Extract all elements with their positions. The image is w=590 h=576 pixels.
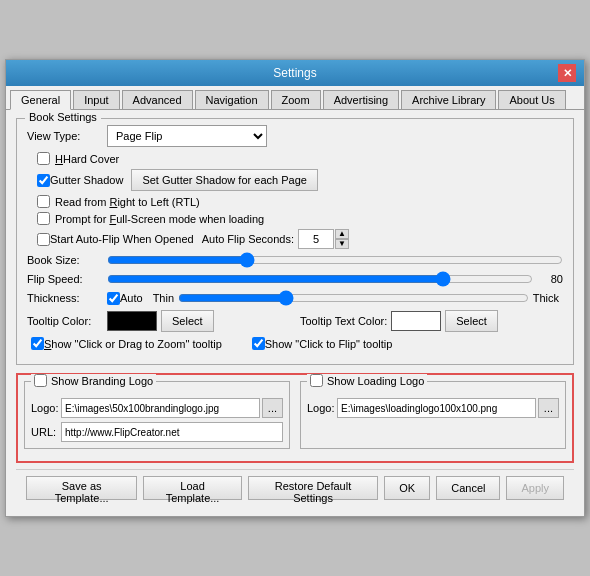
tab-advertising[interactable]: Advertising	[323, 90, 399, 109]
rtl-label: Read from Right to Left (RTL)	[55, 196, 200, 208]
loading-logo-group: Show Loading Logo Logo: ...	[300, 381, 566, 449]
book-size-row: Book Size:	[27, 253, 563, 267]
full-screen-checkbox[interactable]	[37, 212, 50, 225]
auto-flip-down[interactable]: ▼	[335, 239, 349, 249]
apply-button[interactable]: Apply	[506, 476, 564, 500]
tooltip-color-row: Tooltip Color: Select Tooltip Text Color…	[27, 310, 563, 332]
tooltip-text-color-select-button[interactable]: Select	[445, 310, 498, 332]
book-settings-label: Book Settings	[25, 111, 101, 123]
auto-flip-row: Start Auto-Flip When Opened Auto Flip Se…	[37, 229, 563, 249]
show-loading-label: Show Loading Logo	[327, 375, 424, 387]
tooltip-text-color-swatch[interactable]	[391, 311, 441, 331]
flip-speed-slider[interactable]	[107, 272, 533, 286]
thickness-row: Thickness: Auto Thin Thick	[27, 291, 563, 305]
restore-defaults-button[interactable]: Restore Default Settings	[248, 476, 379, 500]
thickness-auto-checkbox[interactable]	[107, 292, 120, 305]
gutter-shadow-checkbox[interactable]	[37, 174, 50, 187]
full-screen-row: Prompt for Full-Screen mode when loading	[37, 212, 563, 225]
rtl-checkbox[interactable]	[37, 195, 50, 208]
tab-about-us[interactable]: About Us	[498, 90, 565, 109]
book-size-label: Book Size:	[27, 254, 107, 266]
hard-cover-label: HHard Cover	[55, 153, 119, 165]
thickness-slider[interactable]	[178, 291, 529, 305]
tabs-row: General Input Advanced Navigation Zoom A…	[6, 86, 584, 110]
show-loading-checkbox[interactable]	[310, 374, 323, 387]
tab-zoom[interactable]: Zoom	[271, 90, 321, 109]
branding-loading-box: Show Branding Logo Logo: ... URL:	[16, 373, 574, 463]
thick-end-label: Thick	[533, 292, 559, 304]
settings-window: Settings ✕ General Input Advanced Naviga…	[5, 59, 585, 517]
save-template-button[interactable]: Save as Template...	[26, 476, 137, 500]
load-template-button[interactable]: Load Template...	[143, 476, 241, 500]
cancel-button[interactable]: Cancel	[436, 476, 500, 500]
show-branding-checkbox[interactable]	[34, 374, 47, 387]
view-type-dropdown[interactable]: Page Flip	[107, 125, 267, 147]
loading-logo-input[interactable]	[337, 398, 536, 418]
tooltip-text-color-section: Tooltip Text Color: Select	[300, 310, 563, 332]
branding-logo-input[interactable]	[61, 398, 260, 418]
book-settings-group: Book Settings View Type: Page Flip HHard…	[16, 118, 574, 365]
branding-logo-group: Show Branding Logo Logo: ... URL:	[24, 381, 290, 449]
main-content: Book Settings View Type: Page Flip HHard…	[6, 110, 584, 516]
drag-tooltip-label: Show "Click or Drag to Zoom" tooltip	[44, 338, 222, 350]
auto-flip-spinners: ▲ ▼	[335, 229, 349, 249]
thickness-label: Thickness:	[27, 292, 107, 304]
tooltip-color-swatch[interactable]	[107, 311, 157, 331]
loading-logo-browse-button[interactable]: ...	[538, 398, 559, 418]
tooltip-color-select-button[interactable]: Select	[161, 310, 214, 332]
tab-input[interactable]: Input	[73, 90, 119, 109]
drag-tooltip-checkbox[interactable]	[31, 337, 44, 350]
full-screen-label: Prompt for Full-Screen mode when loading	[55, 213, 264, 225]
tooltip-color-section: Tooltip Color: Select	[27, 310, 290, 332]
branding-url-row: URL:	[31, 422, 283, 442]
loading-logo-label: Logo:	[307, 402, 337, 414]
title-bar: Settings ✕	[6, 60, 584, 86]
tab-archive-library[interactable]: Archive Library	[401, 90, 496, 109]
thickness-auto-label: Auto	[120, 292, 143, 304]
auto-flip-up[interactable]: ▲	[335, 229, 349, 239]
branding-logo-browse-button[interactable]: ...	[262, 398, 283, 418]
auto-flip-checkbox[interactable]	[37, 233, 50, 246]
bottom-buttons: Save as Template... Load Template... Res…	[16, 469, 574, 508]
window-title: Settings	[32, 66, 558, 80]
flip-speed-value: 80	[533, 273, 563, 285]
flip-speed-row: Flip Speed: 80	[27, 272, 563, 286]
flip-tooltip-checkbox[interactable]	[252, 337, 265, 350]
thin-label: Thin	[153, 292, 174, 304]
branding-logo-row: Logo: ...	[31, 398, 283, 418]
rtl-row: Read from Right to Left (RTL)	[37, 195, 563, 208]
hard-cover-row: HHard Cover	[37, 152, 563, 165]
gutter-shadow-button[interactable]: Set Gutter Shadow for each Page	[131, 169, 318, 191]
flip-tooltip-label: Show "Click to Flip" tooltip	[265, 338, 393, 350]
tab-navigation[interactable]: Navigation	[195, 90, 269, 109]
tooltip-text-color-label: Tooltip Text Color:	[300, 315, 387, 327]
show-drag-tooltip-row: Show "Click or Drag to Zoom" tooltip Sho…	[31, 337, 563, 350]
gutter-shadow-row: Gutter Shadow Set Gutter Shadow for each…	[37, 169, 563, 191]
auto-flip-seconds-label: Auto Flip Seconds:	[202, 233, 294, 245]
loading-logo-row: Logo: ...	[307, 398, 559, 418]
branding-url-input[interactable]	[61, 422, 283, 442]
branding-logo-label: Logo:	[31, 402, 61, 414]
auto-flip-seconds-input[interactable]	[298, 229, 334, 249]
ok-button[interactable]: OK	[384, 476, 430, 500]
auto-flip-label: Start Auto-Flip When Opened	[50, 233, 194, 245]
close-button[interactable]: ✕	[558, 64, 576, 82]
show-branding-label: Show Branding Logo	[51, 375, 153, 387]
hard-cover-checkbox[interactable]	[37, 152, 50, 165]
book-size-slider[interactable]	[107, 253, 563, 267]
view-type-label: View Type:	[27, 130, 107, 142]
tooltip-color-label: Tooltip Color:	[27, 315, 107, 327]
branding-row: Show Branding Logo Logo: ... URL:	[24, 381, 566, 449]
gutter-shadow-label: Gutter Shadow	[50, 174, 123, 186]
tab-advanced[interactable]: Advanced	[122, 90, 193, 109]
view-type-row: View Type: Page Flip	[27, 125, 563, 147]
tab-general[interactable]: General	[10, 90, 71, 110]
loading-logo-group-label: Show Loading Logo	[307, 374, 427, 387]
branding-logo-group-label: Show Branding Logo	[31, 374, 156, 387]
flip-speed-label: Flip Speed:	[27, 273, 107, 285]
branding-url-label: URL:	[31, 426, 61, 438]
